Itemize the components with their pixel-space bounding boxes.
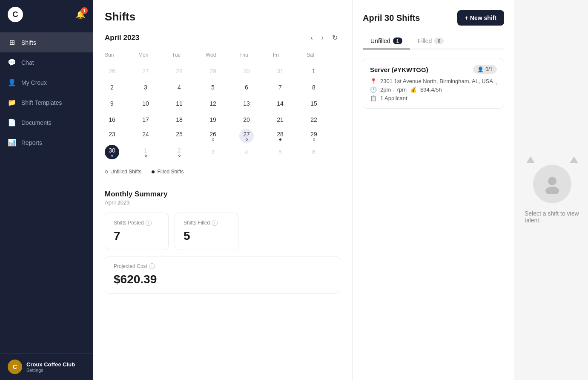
calendar-day[interactable]: 29 xyxy=(307,129,321,143)
sidebar-item-label: Chat xyxy=(21,59,34,66)
shifts-posted-info-icon[interactable]: i xyxy=(146,220,152,226)
money-icon: 💰 xyxy=(410,86,417,93)
calendar-day[interactable]: 26 xyxy=(206,129,220,143)
tab-unfilled[interactable]: Unfilled 1 xyxy=(363,33,410,49)
sidebar-item-label: My Croux xyxy=(21,79,47,86)
calendar-day[interactable]: 13 xyxy=(239,96,254,111)
shift-occupancy-badge: 👤 0/1 xyxy=(473,65,497,74)
calendar-day[interactable]: 1 xyxy=(307,64,321,78)
calendar-day-27[interactable]: 27 xyxy=(239,129,254,143)
calendar-day[interactable]: 14 xyxy=(273,96,287,111)
sidebar-logo-area: C 🔔 1 xyxy=(0,0,93,29)
projected-cost-info-icon[interactable]: i xyxy=(149,263,155,269)
calendar-day[interactable]: 11 xyxy=(172,96,186,111)
user-profile[interactable]: C Croux Coffee Club Settings xyxy=(0,353,93,380)
calendar-day[interactable]: 7 xyxy=(273,80,287,95)
legend-filled-label: Filled Shifts xyxy=(157,169,184,175)
calendar-day[interactable]: 2 xyxy=(172,145,186,159)
calendar-day[interactable]: 25 xyxy=(172,129,186,143)
calendar-day[interactable]: 3 xyxy=(138,80,153,95)
calendar-day[interactable]: 5 xyxy=(206,80,220,95)
unfilled-badge: 1 xyxy=(393,37,402,44)
talent-placeholder: Select a shift to view talent. xyxy=(525,156,580,224)
avatar: C xyxy=(8,360,22,374)
calendar-day[interactable]: 31 xyxy=(273,64,287,78)
talent-avatar-area xyxy=(525,156,580,203)
calendar-week-2: 2 3 4 5 6 7 8 xyxy=(105,80,340,95)
filled-badge: 0 xyxy=(434,37,444,44)
footer-text: Croux Coffee Club Settings xyxy=(26,361,75,373)
calendar-day[interactable]: 19 xyxy=(206,112,220,127)
calendar-day[interactable]: 21 xyxy=(273,112,287,127)
next-month-button[interactable]: › xyxy=(319,32,326,43)
calendar-day[interactable]: 9 xyxy=(105,96,119,111)
calendar-day[interactable]: 16 xyxy=(105,112,119,127)
projected-cost-label: Projected Cost i xyxy=(114,263,331,269)
calendar-day[interactable]: 28 xyxy=(273,129,287,143)
legend-unfilled-label: Unfilled Shifts xyxy=(110,169,141,175)
main-area: Shifts April 2023 ‹ › ↻ Sun Mon Tue Wed … xyxy=(93,0,588,380)
calendar-day[interactable]: 23 xyxy=(105,129,119,143)
calendar-day[interactable]: 29 xyxy=(206,64,220,78)
tab-filled[interactable]: Filled 0 xyxy=(410,33,452,49)
shifts-filled-info-icon[interactable]: i xyxy=(212,220,218,226)
sidebar-item-chat[interactable]: 💬 Chat xyxy=(0,52,93,72)
my-croux-icon: 👤 xyxy=(8,78,16,86)
calendar-grid: Sun Mon Tue Wed Thu Fri Sat 26 27 28 29 … xyxy=(105,50,340,159)
calendar-day[interactable]: 5 xyxy=(273,145,287,159)
calendar-header: April 2023 ‹ › ↻ xyxy=(105,32,340,43)
chevron-right-icon: › xyxy=(496,80,498,87)
calendar-day[interactable]: 28 xyxy=(172,64,186,78)
notification-bell[interactable]: 🔔 1 xyxy=(76,10,85,19)
shift-card[interactable]: Server (#YKWTGG) 👤 0/1 📍 2301 1st Avenue… xyxy=(363,58,504,109)
shifts-panel-header: April 30 Shifts + New shift xyxy=(363,10,504,26)
day-header-wed: Wed xyxy=(206,50,239,62)
shift-address-row: 📍 2301 1st Avenue North, Birmingham, AL,… xyxy=(370,78,497,84)
calendar-day[interactable]: 1 xyxy=(138,145,153,159)
day-header-tue: Tue xyxy=(172,50,206,62)
sidebar-item-my-croux[interactable]: 👤 My Croux xyxy=(0,72,93,92)
calendar-day[interactable]: 6 xyxy=(307,145,321,159)
shifts-filled-value: 5 xyxy=(184,229,229,243)
shifts-filled-label: Shifts Filled i xyxy=(184,220,229,226)
sidebar-item-reports[interactable]: 📊 Reports xyxy=(0,132,93,153)
sidebar-item-label: Shift Templates xyxy=(21,99,62,106)
calendar-week-1: 26 27 28 29 30 31 1 xyxy=(105,64,340,78)
prev-month-button[interactable]: ‹ xyxy=(308,32,315,43)
calendar-day[interactable]: 6 xyxy=(239,80,254,95)
sidebar-item-label: Reports xyxy=(21,139,42,146)
calendar-week-4: 16 17 18 19 20 21 22 xyxy=(105,112,340,127)
calendar-day[interactable]: 30 xyxy=(239,64,254,78)
shift-applicants-row: 📋 1 Applicant xyxy=(370,95,497,101)
user-name: Croux Coffee Club xyxy=(26,361,75,368)
calendar-day[interactable]: 10 xyxy=(138,96,153,111)
calendar-day[interactable]: 15 xyxy=(307,96,321,111)
new-shift-button[interactable]: + New shift xyxy=(457,10,504,26)
calendar-day[interactable]: 27 xyxy=(138,64,153,78)
refresh-button[interactable]: ↻ xyxy=(330,32,340,43)
user-settings: Settings xyxy=(26,368,75,373)
calendar-day[interactable]: 18 xyxy=(172,112,186,127)
calendar-day[interactable]: 12 xyxy=(206,96,220,111)
calendar-week-3: 9 10 11 12 13 14 15 xyxy=(105,96,340,111)
sidebar-item-documents[interactable]: 📄 Documents xyxy=(0,112,93,132)
calendar-day[interactable]: 22 xyxy=(307,112,321,127)
calendar-day[interactable]: 3 xyxy=(206,145,220,159)
sidebar-item-label: Shifts xyxy=(21,39,36,46)
calendar-day[interactable]: 20 xyxy=(239,112,254,127)
calendar-day[interactable]: 8 xyxy=(307,80,321,95)
svg-point-2 xyxy=(548,177,556,185)
sidebar-item-shift-templates[interactable]: 📁 Shift Templates xyxy=(0,92,93,112)
calendar-day[interactable]: 26 xyxy=(105,64,119,78)
shift-details: 📍 2301 1st Avenue North, Birmingham, AL,… xyxy=(370,78,497,101)
calendar-day[interactable]: 4 xyxy=(239,145,254,159)
notification-count: 1 xyxy=(81,7,88,14)
calendar-day[interactable]: 24 xyxy=(138,129,153,143)
calendar-day[interactable]: 17 xyxy=(138,112,153,127)
calendar-day-30-today[interactable]: 30 xyxy=(105,145,119,159)
sidebar-item-shifts[interactable]: ⊞ Shifts xyxy=(0,32,93,52)
calendar-day[interactable]: 2 xyxy=(105,80,119,95)
shift-occupancy-value: 0/1 xyxy=(485,66,493,72)
calendar-day[interactable]: 4 xyxy=(172,80,186,95)
shift-time: 2pm - 7pm xyxy=(380,86,407,93)
